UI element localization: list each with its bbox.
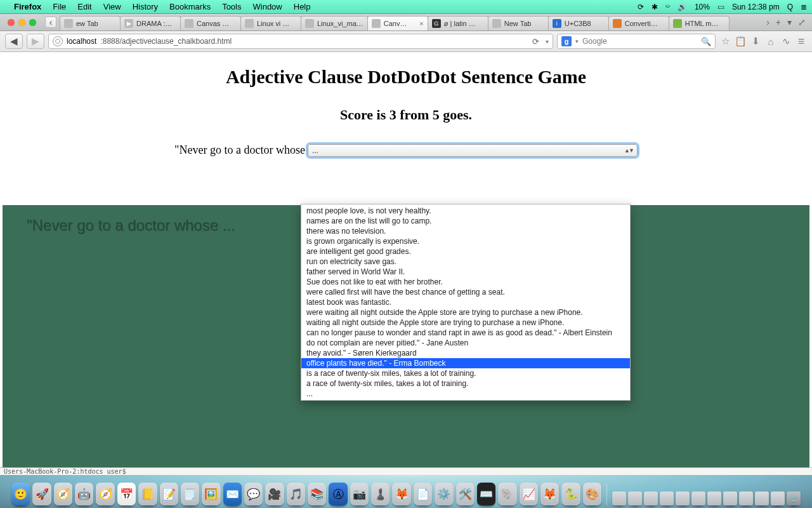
tab-1[interactable]: ▶DRAMA :… [120,16,181,30]
menu-tools[interactable]: Tools [222,2,241,11]
dock-terminal[interactable]: ⌨️ [477,483,495,505]
forward-button[interactable]: ▶ [27,34,44,49]
select-option[interactable]: is grown organically is expensive. [301,236,630,246]
dock-facetime[interactable]: 🎥 [265,483,284,505]
dock-dashboard[interactable]: 🧭 [54,483,72,505]
dock-chess[interactable]: ♟️ [371,483,390,505]
volume-icon[interactable]: 🔊 [678,3,687,11]
select-option[interactable]: is a race of twenty-six miles, takes a l… [301,368,630,378]
dock-firefox[interactable]: 🦊 [392,483,410,505]
clipboard-icon[interactable]: 📋 [735,36,746,47]
menu-help[interactable]: Help [294,2,311,11]
tab-scroll-left[interactable]: ‹ [45,17,56,28]
tab-10[interactable]: HTML m… [669,16,730,30]
answer-select-dropdown[interactable]: most people love, is not very healthy.na… [301,204,631,401]
home-icon[interactable]: ⌂ [765,36,776,47]
bluetooth-icon[interactable]: ✱ [652,3,658,11]
tab-3[interactable]: Linux vi … [240,16,301,30]
tab-4[interactable]: Linux_vi_ma… [301,16,368,30]
tab-0[interactable]: ew Tab [60,16,121,30]
downloads-icon[interactable]: ⬇ [750,36,761,47]
select-option[interactable]: most people love, is not very healthy. [301,206,630,216]
dock-notes[interactable]: 🗒️ [181,483,199,505]
dock-trash[interactable]: 🗑️ [787,491,801,505]
dock-min-8[interactable] [723,491,737,505]
sync-icon[interactable]: ⟳ [638,3,644,11]
dock-min-11[interactable] [771,491,785,505]
list-tabs-button[interactable]: ▾ [787,17,792,27]
select-option[interactable]: office plants have died." - Erma Bombeck [301,358,630,368]
dock-paintbrush[interactable]: 🎨 [583,483,601,505]
dock-messages[interactable]: 💬 [244,483,263,505]
select-option[interactable]: a race of twenty-six miles, takes a lot … [301,378,630,389]
dock-activity[interactable]: 📈 [520,483,538,505]
dock-min-5[interactable] [676,491,690,505]
dock-min-1[interactable] [612,491,626,505]
dock-gimp[interactable]: 🦊 [540,483,559,505]
dock-min-10[interactable] [755,491,769,505]
dock-appstore[interactable]: Ⓐ [329,483,347,505]
dock-min-7[interactable] [707,491,721,505]
dock-mail[interactable]: ✉️ [223,483,242,505]
select-option[interactable]: run on electricity save gas. [301,257,630,267]
select-option[interactable]: waiting all night outside the Apple stor… [301,318,630,328]
select-option[interactable]: can no longer pause to wonder and stand … [301,328,630,338]
feed-icon[interactable]: ∿ [780,36,792,47]
dock-mamp[interactable]: 🐘 [498,483,516,505]
dock-textedit[interactable]: 📄 [414,483,432,505]
dock-min-2[interactable] [628,491,642,505]
menu-view[interactable]: View [103,2,121,11]
search-engine-dropdown-icon[interactable]: ▾ [575,38,579,44]
search-input[interactable] [582,37,697,46]
close-tab-icon[interactable]: × [419,20,423,27]
select-option[interactable]: they avoid." - Søren Kierkegaard [301,348,630,358]
battery-icon[interactable]: ▭ [717,3,724,11]
search-engine-icon[interactable]: g [561,36,572,46]
address-bar[interactable]: localhost:8888/adjectiveclause_chalkboar… [48,34,553,49]
tab-scroll-right[interactable]: › [766,17,769,27]
dock-python[interactable]: 🐍 [561,483,580,505]
select-option[interactable]: were waiting all night outside the Apple… [301,307,630,318]
dock-min-6[interactable] [691,491,705,505]
notifications-icon[interactable]: ≣ [801,3,807,11]
select-option[interactable]: were called first will have the best cha… [301,287,630,297]
zoom-window-button[interactable] [29,19,36,26]
back-button[interactable]: ◀ [5,34,23,49]
select-option[interactable]: there was no television. [301,226,630,236]
menu-edit[interactable]: Edit [77,2,91,11]
dock-min-3[interactable] [644,491,658,505]
dock-safari[interactable]: 🧭 [96,483,114,505]
select-option[interactable]: father served in World War II. [301,267,630,277]
dock-itunes[interactable]: 🎵 [287,483,305,505]
search-submit-icon[interactable]: 🔍 [701,37,711,46]
new-tab-button[interactable]: + [776,17,781,27]
clock[interactable]: Sun 12:38 pm [732,3,780,11]
menu-history[interactable]: History [133,2,158,11]
url-dropdown-icon[interactable]: ▾ [546,38,549,45]
menu-window[interactable]: Window [253,2,282,11]
spotlight-icon[interactable]: Q [787,3,793,11]
hamburger-menu-icon[interactable]: ≡ [796,35,807,48]
select-option[interactable]: are intelligent get good grades. [301,246,630,257]
minimize-window-button[interactable] [18,19,25,26]
dock-sysprefs[interactable]: ⚙️ [435,483,453,505]
tab-2[interactable]: Canvas … [180,16,241,30]
site-identity-icon[interactable] [53,36,63,46]
answer-select[interactable]: ... ▲▼ [308,144,638,157]
app-name[interactable]: Firefox [14,2,41,11]
close-window-button[interactable] [8,19,15,26]
fullscreen-button[interactable]: ⤢ [798,17,806,27]
tab-9[interactable]: Converti… [608,16,669,30]
tab-5-active[interactable]: Canv…× [367,16,428,30]
dock-ical[interactable]: 📅 [117,483,136,505]
dock-ibooks[interactable]: 📚 [308,483,326,505]
dock-finder[interactable]: 🙂 [11,483,30,505]
dock-launchpad[interactable]: 🚀 [32,483,51,505]
dock-photobooth[interactable]: 📷 [350,483,369,505]
menu-bookmarks[interactable]: Bookmarks [169,2,211,11]
menu-file[interactable]: File [53,2,66,11]
select-option[interactable]: names are on the list will go to camp. [301,216,630,226]
select-option[interactable]: do not complain are never pitied." - Jan… [301,338,630,348]
dock-contacts[interactable]: 📒 [138,483,157,505]
tab-8[interactable]: iU+C3B8 [548,16,609,30]
